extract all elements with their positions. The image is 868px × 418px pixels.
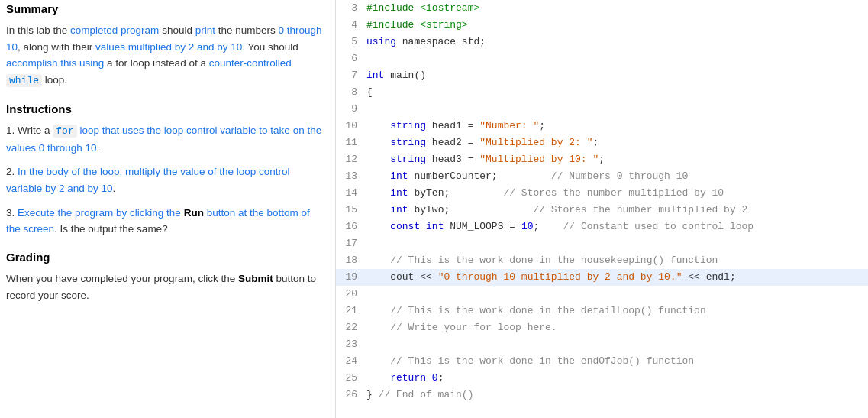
summary-highlight-2: print [195, 24, 215, 36]
line-num-9: 9 [336, 101, 366, 118]
instruction-3: 3. Execute the program by clicking the R… [6, 205, 323, 238]
line-num-6: 6 [336, 50, 366, 67]
line-num-8: 8 [336, 84, 366, 101]
line-content-16: const int NUM_LOOPS = 10; // Constant us… [366, 219, 868, 235]
grading-heading: Grading [6, 248, 323, 266]
code-line-21: 21 // This is the work done in the detai… [336, 303, 868, 319]
line-num-18: 18 [336, 252, 366, 269]
code-area: 3 #include <iostream> 4 #include <string… [336, 0, 868, 403]
summary-text: In this lab the completed program should… [6, 22, 323, 89]
line-num-14: 14 [336, 185, 366, 202]
code-line-6: 6 [336, 50, 868, 67]
code-line-11: 11 string head2 = "Multiplied by 2: "; [336, 134, 868, 151]
code-line-25: 25 return 0; [336, 370, 868, 387]
summary-highlight-5: accomplish this using [6, 57, 104, 69]
line-content-3: #include <iostream> [366, 0, 868, 17]
line-num-15: 15 [336, 202, 366, 219]
line-num-21: 21 [336, 303, 366, 319]
line-content-19: cout << "0 through 10 multiplied by 2 an… [366, 269, 868, 286]
line-content-5: using namespace std; [366, 34, 868, 50]
code-line-4: 4 #include <string> [336, 17, 868, 34]
line-content-15: int byTwo; // Stores the number multipli… [366, 202, 868, 219]
line-num-11: 11 [336, 134, 366, 151]
line-num-26: 26 [336, 387, 366, 403]
summary-highlight-4: values multiplied by 2 and by 10 [95, 41, 242, 53]
code-line-19: 19 cout << "0 through 10 multiplied by 2… [336, 269, 868, 286]
line-num-13: 13 [336, 168, 366, 185]
instructions-list: 1. Write a for loop that uses the loop c… [6, 122, 323, 238]
line-num-23: 23 [336, 336, 366, 353]
summary-highlight-6: counter-controlled [209, 57, 292, 69]
line-num-7: 7 [336, 67, 366, 84]
line-num-25: 25 [336, 370, 366, 387]
line-content-14: int byTen; // Stores the number multipli… [366, 185, 868, 202]
line-content-24: // This is the work done in the endOfJob… [366, 353, 868, 370]
line-content-21: // This is the work done in the detailLo… [366, 303, 868, 319]
left-panel: Summary In this lab the completed progra… [0, 0, 336, 418]
line-content-25: return 0; [366, 370, 868, 387]
code-line-16: 16 const int NUM_LOOPS = 10; // Constant… [336, 219, 868, 235]
instruction-1: 1. Write a for loop that uses the loop c… [6, 122, 323, 156]
line-content-13: int numberCounter; // Numbers 0 through … [366, 168, 868, 185]
line-num-20: 20 [336, 286, 366, 303]
line-content-12: string head3 = "Multiplied by 10: "; [366, 151, 868, 168]
code-line-14: 14 int byTen; // Stores the number multi… [336, 185, 868, 202]
code-line-10: 10 string head1 = "Number: "; [336, 118, 868, 134]
code-line-5: 5 using namespace std; [336, 34, 868, 50]
line-num-17: 17 [336, 235, 366, 252]
summary-heading: Summary [6, 0, 323, 18]
code-line-7: 7 int main() [336, 67, 868, 84]
code-line-22: 22 // Write your for loop here. [336, 319, 868, 336]
line-num-10: 10 [336, 118, 366, 134]
line-num-24: 24 [336, 353, 366, 370]
line-content-22: // Write your for loop here. [366, 319, 868, 336]
code-line-13: 13 int numberCounter; // Numbers 0 throu… [336, 168, 868, 185]
code-line-24: 24 // This is the work done in the endOf… [336, 353, 868, 370]
instruction-2: 2. In the body of the loop, multiply the… [6, 164, 323, 196]
line-content-11: string head2 = "Multiplied by 2: "; [366, 134, 868, 151]
line-num-16: 16 [336, 219, 366, 235]
while-code: while [6, 74, 42, 87]
line-num-5: 5 [336, 34, 366, 50]
line-num-3: 3 [336, 0, 366, 17]
line-content-10: string head1 = "Number: "; [366, 118, 868, 134]
line-num-4: 4 [336, 17, 366, 34]
code-line-9: 9 [336, 101, 868, 118]
for-code: for [53, 125, 76, 138]
line-content-7: int main() [366, 67, 868, 84]
code-line-18: 18 // This is the work done in the house… [336, 252, 868, 269]
line-num-12: 12 [336, 151, 366, 168]
line-content-26: } // End of main() [366, 387, 868, 403]
code-line-8: 8 { [336, 84, 868, 101]
line-num-19: 19 [336, 269, 366, 286]
code-line-15: 15 int byTwo; // Stores the number multi… [336, 202, 868, 219]
code-line-17: 17 [336, 235, 868, 252]
code-editor[interactable]: 3 #include <iostream> 4 #include <string… [336, 0, 868, 418]
code-line-3: 3 #include <iostream> [336, 0, 868, 17]
grading-text: When you have completed your program, cl… [6, 271, 323, 303]
submit-label: Submit [238, 273, 273, 284]
line-content-18: // This is the work done in the housekee… [366, 252, 868, 269]
summary-highlight-1: completed program [70, 24, 159, 36]
code-line-20: 20 [336, 286, 868, 303]
line-content-4: #include <string> [366, 17, 868, 34]
code-line-26: 26 } // End of main() [336, 387, 868, 403]
instructions-heading: Instructions [6, 100, 323, 118]
code-line-12: 12 string head3 = "Multiplied by 10: "; [336, 151, 868, 168]
line-content-8: { [366, 84, 868, 101]
code-line-23: 23 [336, 336, 868, 353]
line-num-22: 22 [336, 319, 366, 336]
